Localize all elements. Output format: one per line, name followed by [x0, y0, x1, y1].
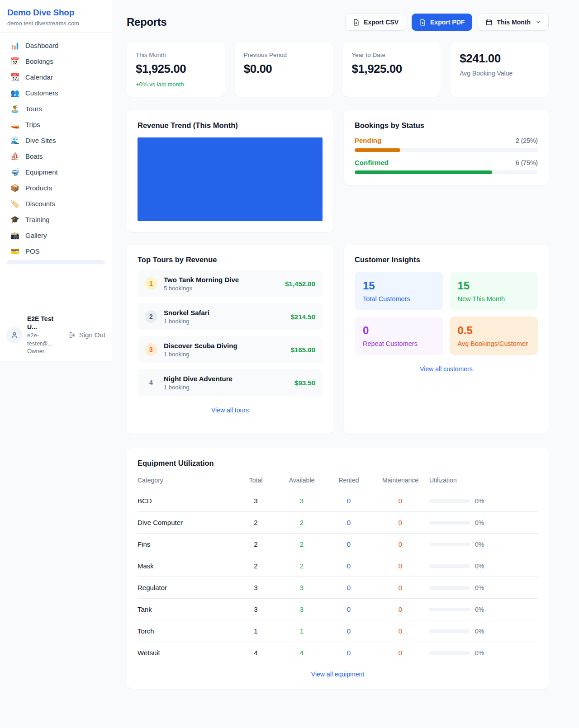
sidebar-item-label: Equipment — [25, 168, 58, 176]
cell-utilization: 0% — [429, 577, 538, 599]
sidebar-item-equipment[interactable]: 🤿 Equipment — [4, 164, 108, 180]
sidebar-item-trips[interactable]: 🚤 Trips — [4, 117, 108, 132]
sign-out-button[interactable]: Sign Out — [69, 331, 105, 339]
view-all-customers-link[interactable]: View all customers — [355, 365, 538, 373]
cell-maintenance: 0 — [371, 577, 429, 599]
sidebar-item-pos[interactable]: 💳 POS — [4, 243, 108, 259]
file-download-icon — [419, 19, 426, 26]
view-all-equipment-link[interactable]: View all equipment — [138, 671, 538, 678]
tour-bookings: 1 booking — [164, 351, 285, 358]
cell-total: 2 — [234, 512, 277, 534]
tour-name: Two Tank Morning Dive — [164, 276, 279, 284]
export-csv-label: Export CSV — [364, 19, 399, 26]
tour-revenue: $93.50 — [294, 379, 315, 387]
stat-label: Year to Date — [352, 52, 432, 58]
view-all-tours-link[interactable]: View all tours — [138, 407, 323, 414]
column-header-utilization: Utilization — [429, 477, 538, 490]
sidebar-item-label: Bookings — [25, 57, 53, 65]
stat-card-this-month: This Month $1,925.00 +0% vs last month — [127, 43, 225, 97]
sidebar-item-customers[interactable]: 👥 Customers — [4, 85, 108, 101]
cell-rented: 0 — [326, 577, 371, 599]
cell-category: Mask — [138, 555, 234, 577]
brand: Demo Dive Shop demo.test.divestreams.com — [0, 0, 112, 33]
tour-revenue: $165.00 — [291, 346, 315, 354]
utilization-percent: 0% — [475, 541, 484, 548]
sailboat-icon: ⛵ — [10, 153, 20, 160]
sidebar-item-label: Discounts — [25, 200, 55, 208]
tile-value: 0 — [363, 324, 435, 337]
calendar-icon — [485, 19, 493, 26]
status-label: Pending — [355, 137, 381, 144]
charts-row: Revenue Trend (This Month) Bookings by S… — [127, 110, 549, 232]
revenue-trend-title: Revenue Trend (This Month) — [138, 121, 323, 130]
package-icon: 📦 — [10, 184, 20, 192]
sidebar-item-label: Gallery — [25, 232, 47, 239]
sidebar-item-dive-sites[interactable]: 🌊 Dive Sites — [4, 132, 108, 148]
progress-track — [355, 170, 538, 174]
page-title: Reports — [127, 16, 167, 28]
column-header-total: Total — [234, 477, 277, 490]
sidebar-item-calendar[interactable]: 📆 Calendar — [4, 69, 108, 85]
column-header-rented: Rented — [326, 477, 371, 490]
export-pdf-label: Export PDF — [430, 19, 465, 26]
stat-value: $1,925.00 — [136, 62, 216, 76]
progress-track — [355, 148, 538, 152]
sidebar-nav: 📊 Dashboard 📅 Bookings 📆 Calendar 👥 Cust… — [0, 33, 112, 309]
insights-row: Top Tours by Revenue 1 Two Tank Morning … — [127, 245, 549, 434]
sidebar-item-discounts[interactable]: 🏷️ Discounts — [4, 196, 108, 212]
user-name: E2E Test U... — [27, 315, 64, 332]
sidebar-item-products[interactable]: 📦 Products — [4, 180, 108, 196]
cell-maintenance: 0 — [371, 512, 429, 534]
utilization-percent: 0% — [475, 584, 484, 591]
cell-total: 2 — [234, 534, 277, 555]
stat-value: $1,925.00 — [352, 62, 432, 76]
tour-bookings: 1 booking — [164, 384, 288, 391]
sidebar-item-bookings[interactable]: 📅 Bookings — [4, 53, 108, 69]
cell-available: 3 — [277, 577, 326, 599]
stat-card-previous-period: Previous Period $0.00 — [235, 43, 333, 97]
utilization-percent: 0% — [475, 519, 484, 526]
progress-fill — [355, 170, 492, 174]
cell-available: 4 — [277, 642, 326, 661]
table-row: Tank 3 3 0 0 0% — [138, 599, 538, 620]
cell-total: 3 — [234, 599, 277, 620]
sign-out-label: Sign Out — [79, 331, 105, 339]
rank-badge: 4 — [145, 376, 157, 389]
utilization-track — [429, 543, 470, 546]
sidebar-item-gallery[interactable]: 📸 Gallery — [4, 227, 108, 243]
revenue-trend-card: Revenue Trend (This Month) — [127, 110, 333, 232]
tour-row: 2 Snorkel Safari 1 booking $214.50 — [138, 303, 323, 330]
sidebar-item-dashboard[interactable]: 📊 Dashboard — [4, 38, 108, 53]
header-actions: Export CSV Export PDF This Month — [345, 14, 549, 31]
rank-badge: 2 — [145, 310, 157, 323]
cell-rented: 0 — [326, 490, 371, 512]
tile-avg-bookings-customer: 0.5 Avg Bookings/Customer — [450, 317, 538, 355]
period-select-button[interactable]: This Month — [478, 14, 549, 31]
shop-name: Demo Dive Shop — [7, 8, 104, 18]
export-pdf-button[interactable]: Export PDF — [412, 14, 472, 31]
column-header-available: Available — [277, 477, 326, 490]
column-header-maintenance: Maintenance — [371, 477, 429, 490]
tile-repeat-customers: 0 Repeat Customers — [355, 317, 443, 355]
sidebar-item-boats[interactable]: ⛵ Boats — [4, 148, 108, 164]
chevron-down-icon — [536, 19, 541, 25]
tile-value: 15 — [458, 279, 530, 292]
cell-utilization: 0% — [429, 512, 538, 534]
sidebar-item-label: Calendar — [25, 73, 53, 81]
tour-row: 3 Discover Scuba Diving 1 booking $165.0… — [138, 336, 323, 363]
sidebar-item-reports-active-partial[interactable] — [6, 260, 105, 264]
cell-available: 2 — [277, 555, 326, 577]
tour-name: Snorkel Safari — [164, 309, 285, 317]
utilization-track — [429, 499, 470, 503]
tour-revenue: $214.50 — [291, 313, 315, 321]
sign-out-icon — [69, 331, 76, 339]
cell-maintenance: 0 — [371, 620, 429, 642]
sidebar-item-training[interactable]: 🎓 Training — [4, 212, 108, 227]
tour-bookings: 1 booking — [164, 318, 285, 325]
sidebar-item-tours[interactable]: 🏝️ Tours — [4, 101, 108, 117]
cell-available: 3 — [277, 599, 326, 620]
user-section: E2E Test U... e2e-tester@... Owner Sign … — [0, 309, 112, 361]
camera-icon: 📸 — [10, 232, 20, 239]
bookings-by-status-card: Bookings by Status Pending 2 (25%) Confi… — [344, 110, 549, 185]
export-csv-button[interactable]: Export CSV — [345, 14, 406, 31]
